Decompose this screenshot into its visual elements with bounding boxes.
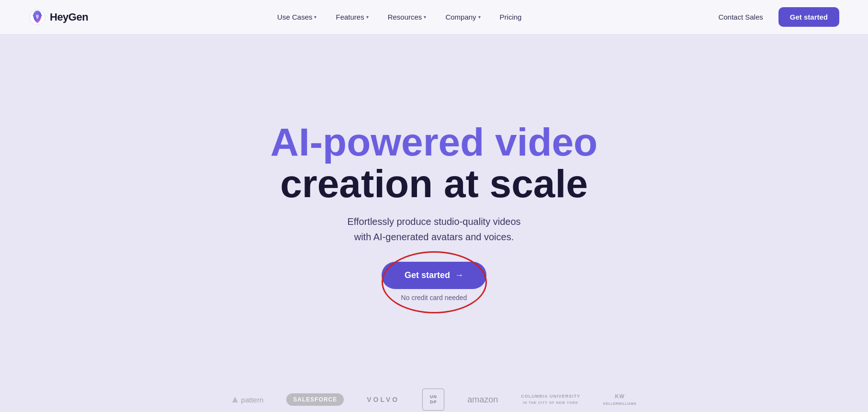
hero-title-line1: AI-powered video: [271, 122, 597, 163]
contact-sales-link[interactable]: Contact Sales: [710, 9, 770, 25]
pattern-icon: [232, 396, 238, 403]
hero-subtitle: Effortlessly produce studio-quality vide…: [347, 214, 520, 245]
logo-amazon: amazon: [467, 395, 498, 405]
heygen-logo-icon: [29, 9, 46, 26]
nav-resources[interactable]: Resources ▾: [380, 9, 434, 25]
hero-cta-area: Get started → No credit card needed: [382, 262, 486, 301]
nav-links: Use Cases ▾ Features ▾ Resources ▾ Compa…: [270, 9, 529, 25]
nav-use-cases[interactable]: Use Cases ▾: [270, 9, 324, 25]
chevron-down-icon: ▾: [478, 14, 481, 20]
get-started-hero-button[interactable]: Get started →: [382, 262, 486, 289]
logo-area: HeyGen: [29, 9, 88, 26]
logo-columbia: Columbia UniversityIN THE CITY OF NEW YO…: [521, 393, 580, 405]
no-credit-card-text: No credit card needed: [401, 294, 467, 301]
logo-pattern: pattern: [232, 396, 264, 404]
svg-marker-1: [232, 397, 238, 402]
chevron-down-icon: ▾: [424, 14, 426, 20]
logo-kw: kwKELLERWILLIAMS: [603, 393, 636, 407]
nav-pricing[interactable]: Pricing: [492, 9, 530, 25]
logo-text: HeyGen: [50, 11, 88, 23]
hero-section: AI-powered video creation at scale Effor…: [0, 34, 868, 369]
logo-volvo: VOLVO: [367, 396, 399, 403]
logo-salesforce: salesforce: [286, 393, 344, 406]
hero-title-line2: creation at scale: [271, 163, 597, 204]
chevron-down-icon: ▾: [366, 14, 369, 20]
navbar: HeyGen Use Cases ▾ Features ▾ Resources …: [0, 0, 868, 34]
get-started-nav-button[interactable]: Get started: [778, 7, 839, 27]
logos-bar: pattern salesforce VOLVO UNDP amazon Col…: [0, 369, 868, 412]
chevron-down-icon: ▾: [314, 14, 316, 20]
nav-features[interactable]: Features ▾: [328, 9, 376, 25]
nav-actions: Contact Sales Get started: [710, 7, 839, 27]
hero-title: AI-powered video creation at scale: [271, 122, 597, 204]
nav-company[interactable]: Company ▾: [438, 9, 488, 25]
logo-undp: UNDP: [422, 389, 444, 411]
